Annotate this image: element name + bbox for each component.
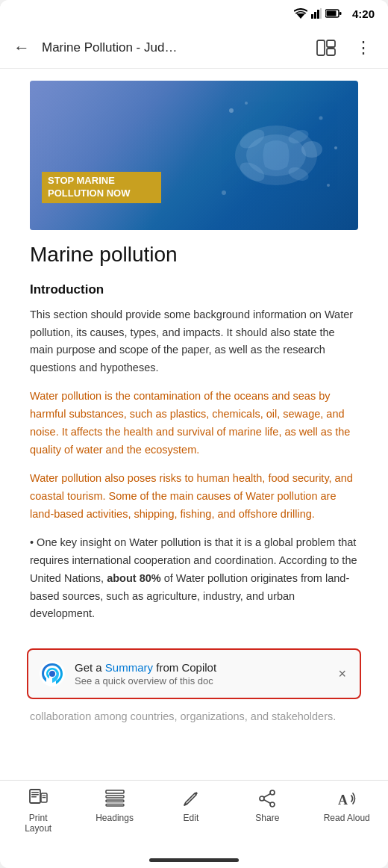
nav-item-read-aloud[interactable]: A Read Aloud xyxy=(318,788,376,823)
svg-rect-35 xyxy=(106,800,124,802)
svg-rect-7 xyxy=(340,12,342,15)
bottom-nav: Print Layout Headings Edi xyxy=(0,780,388,852)
copilot-title-suffix: from Copilot xyxy=(153,661,216,674)
doc-text-continued: collaboration among countries, organizat… xyxy=(0,705,388,748)
layout-icon-button[interactable] xyxy=(312,34,340,62)
phone-shell: 4:20 ← Marine Pollution - Jud… ⋮ xyxy=(0,0,388,868)
svg-line-41 xyxy=(264,794,271,798)
svg-rect-32 xyxy=(43,797,46,798)
edit-icon xyxy=(181,788,201,809)
orange-para-1: Water pollution is the contamination of … xyxy=(30,388,358,459)
svg-rect-3 xyxy=(317,10,319,19)
layout-icon xyxy=(316,40,336,56)
svg-point-18 xyxy=(229,108,234,113)
status-icons xyxy=(294,8,342,19)
svg-marker-0 xyxy=(296,13,305,19)
intro-para: This section should provide some backgro… xyxy=(30,306,358,378)
insight-para: • One key insight on Water pollution is … xyxy=(30,534,358,624)
svg-rect-4 xyxy=(320,8,322,19)
fade-para: collaboration among countries, organizat… xyxy=(30,708,358,726)
more-menu-button[interactable]: ⋮ xyxy=(349,34,378,62)
signal-icon xyxy=(311,8,322,19)
section-heading: Introduction xyxy=(30,282,358,297)
nav-item-print-layout[interactable]: Print Layout xyxy=(12,788,64,834)
copilot-banner: Get a Summary from Copilot See a quick o… xyxy=(27,648,361,699)
more-icon: ⋮ xyxy=(355,38,372,58)
print-layout-icon xyxy=(28,788,48,809)
svg-point-25 xyxy=(49,671,55,677)
doc-text: Marine pollution Introduction This secti… xyxy=(0,230,388,645)
svg-line-42 xyxy=(264,800,271,804)
svg-point-20 xyxy=(319,117,323,120)
svg-rect-29 xyxy=(31,796,37,798)
svg-rect-9 xyxy=(327,40,335,47)
read-aloud-label: Read Aloud xyxy=(324,813,370,823)
copilot-title-plain: Get a xyxy=(75,661,105,674)
svg-text:A: A xyxy=(338,793,348,807)
svg-rect-6 xyxy=(326,11,336,16)
share-label: Share xyxy=(255,813,279,823)
document-content: STOP MARINE POLLUTION NOW Marine polluti… xyxy=(0,81,388,754)
svg-rect-27 xyxy=(31,792,39,793)
svg-point-22 xyxy=(222,190,226,195)
nav-item-headings[interactable]: Headings xyxy=(89,788,141,823)
status-bar: 4:20 xyxy=(0,0,388,27)
nav-item-edit[interactable]: Edit xyxy=(165,788,217,823)
back-button[interactable]: ← xyxy=(10,35,33,61)
copilot-close-button[interactable]: × xyxy=(335,663,349,685)
battery-icon xyxy=(325,9,342,18)
copilot-title-highlight: Summary xyxy=(105,661,153,674)
insight-bold: about 80% xyxy=(107,572,161,584)
headings-label: Headings xyxy=(96,813,134,823)
svg-rect-1 xyxy=(311,14,313,19)
svg-rect-2 xyxy=(314,12,316,19)
svg-rect-34 xyxy=(106,796,124,798)
copilot-title: Get a Summary from Copilot xyxy=(75,661,326,674)
copilot-logo-icon xyxy=(39,660,66,687)
wifi-icon xyxy=(294,8,307,19)
read-aloud-icon: A xyxy=(337,788,357,809)
print-layout-label: Print Layout xyxy=(25,813,51,834)
nav-item-share[interactable]: Share xyxy=(241,788,293,823)
svg-point-23 xyxy=(334,146,337,149)
home-bar xyxy=(149,858,239,862)
copilot-subtitle: See a quick overview of this doc xyxy=(75,675,326,686)
svg-rect-8 xyxy=(317,40,325,55)
svg-rect-28 xyxy=(31,794,39,796)
status-time: 4:20 xyxy=(352,7,375,20)
svg-point-40 xyxy=(270,802,275,807)
svg-rect-33 xyxy=(106,790,124,793)
copilot-text-area: Get a Summary from Copilot See a quick o… xyxy=(75,661,326,686)
document-title: Marine Pollution - Jud… xyxy=(42,40,303,55)
svg-point-21 xyxy=(327,184,330,187)
content-area: STOP MARINE POLLUTION NOW Marine polluti… xyxy=(0,69,388,780)
hero-banner: STOP MARINE POLLUTION NOW xyxy=(42,172,161,203)
edit-label: Edit xyxy=(184,813,199,823)
svg-point-39 xyxy=(260,796,264,801)
share-icon xyxy=(257,788,278,809)
home-indicator xyxy=(0,852,388,868)
doc-title: Marine pollution xyxy=(30,242,358,267)
headings-icon xyxy=(104,788,125,809)
hero-illustration xyxy=(201,88,351,223)
svg-point-38 xyxy=(270,790,275,795)
svg-rect-36 xyxy=(106,805,124,807)
svg-rect-31 xyxy=(43,796,46,796)
top-nav: ← Marine Pollution - Jud… ⋮ xyxy=(0,27,388,69)
hero-image: STOP MARINE POLLUTION NOW xyxy=(30,81,358,230)
svg-rect-10 xyxy=(327,49,335,55)
orange-para-2: Water pollution also poses risks to huma… xyxy=(30,470,358,524)
svg-point-13 xyxy=(301,141,322,158)
svg-point-19 xyxy=(245,102,248,105)
